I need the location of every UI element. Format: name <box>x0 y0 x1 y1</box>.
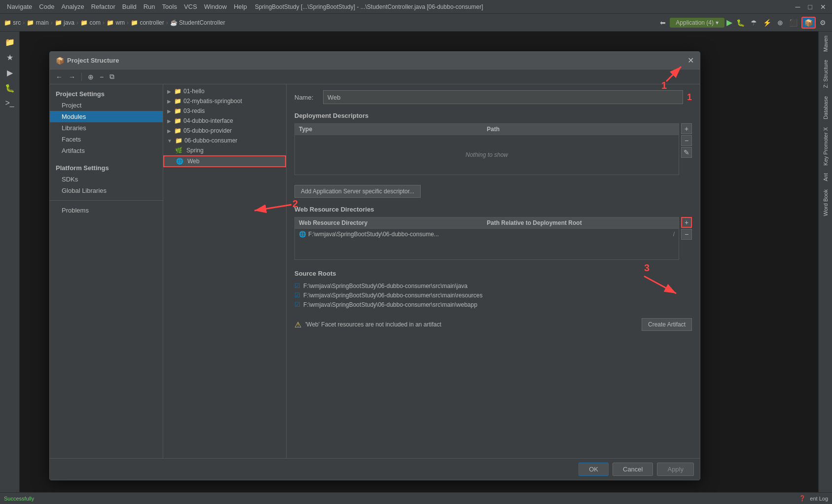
add-server-btn[interactable]: Add Application Server specific descript… <box>294 185 421 198</box>
nav-minus-btn[interactable]: − <box>98 72 106 82</box>
breadcrumb-com: 📁 com <box>80 19 101 26</box>
tree-03-redis[interactable]: ▶ 📁 03-redis <box>163 106 286 116</box>
menu-tools[interactable]: Tools <box>159 2 180 11</box>
web-resource-path-header: Path Relative to Deployment Root <box>487 219 675 226</box>
name-input[interactable] <box>323 90 683 104</box>
annotation-1: 1 <box>687 92 692 103</box>
status-text: Successfully <box>4 496 34 502</box>
help-icon[interactable]: ❓ <box>799 495 806 502</box>
edit-descriptor-btn[interactable]: ✎ <box>681 147 692 158</box>
power-btn[interactable]: ⊕ <box>775 18 785 28</box>
resource-path: F:\wmjava\SpringBootStudy\06-dubbo-consu… <box>308 231 671 238</box>
add-web-resource-btn[interactable]: + <box>681 217 692 228</box>
apply-btn[interactable]: Apply <box>657 463 694 476</box>
menu-bar: Navigate Code Analyze Refactor Build Run… <box>0 0 832 14</box>
menu-run[interactable]: Run <box>141 2 158 11</box>
source-check-java: ☑ <box>294 282 300 289</box>
right-sidebar: Maven Z: Structure Database Key Promoter… <box>818 32 832 492</box>
toolbar: 📁 src › 📁 main › 📁 java › 📁 com › 📁 wm ›… <box>0 14 832 32</box>
project-icon[interactable]: 📁 <box>3 36 17 49</box>
remove-descriptor-btn[interactable]: − <box>681 135 692 146</box>
resource-slash: / <box>671 231 675 238</box>
dialog-close-btn[interactable]: ✕ <box>687 56 694 65</box>
tab-ant[interactable]: Ant <box>821 169 831 185</box>
profile-btn[interactable]: ⚡ <box>761 18 773 28</box>
nav-modules[interactable]: Modules <box>50 111 163 122</box>
bottom-bar: Successfully ❓ ent Log <box>0 492 832 504</box>
breadcrumb-file: ☕ StudentController <box>170 19 225 26</box>
dialog-title: Project Structure <box>67 57 119 64</box>
web-resource-section: Web Resource Directory Path Relative to … <box>294 217 692 264</box>
breadcrumb: 📁 src › 📁 main › 📁 java › 📁 com › 📁 wm ›… <box>4 19 225 26</box>
nav-artifacts[interactable]: Artifacts <box>50 145 163 156</box>
terminal-icon[interactable]: >_ <box>3 97 16 109</box>
menu-help[interactable]: Help <box>231 2 250 11</box>
tab-key-promoter[interactable]: Key Promoter X <box>821 123 831 170</box>
tree-04-dubbo-interface[interactable]: ▶ 📁 04-dubbo-interface <box>163 116 286 126</box>
menu-navigate[interactable]: Navigate <box>4 2 35 11</box>
web-resource-row[interactable]: 🌐 F:\wmjava\SpringBootStudy\06-dubbo-con… <box>295 229 679 240</box>
tree-02-mybatis[interactable]: ▶ 📁 02-mybatis-springboot <box>163 96 286 106</box>
menu-code[interactable]: Code <box>36 2 57 11</box>
menu-vcs[interactable]: VCS <box>181 2 200 11</box>
stop-btn[interactable]: ⬛ <box>787 18 799 28</box>
tree-05-dubbo-provider[interactable]: ▶ 📁 05-dubbo-provider <box>163 126 286 136</box>
ok-btn[interactable]: OK <box>579 463 609 476</box>
tree-06-dubbo-consumer[interactable]: ▼ 📁 06-dubbo-consumer <box>163 136 286 145</box>
resource-icon: 🌐 <box>299 231 306 238</box>
remove-web-resource-btn[interactable]: − <box>681 229 692 240</box>
breadcrumb-controller: 📁 controller <box>131 19 164 26</box>
source-check-resources: ☑ <box>294 291 300 299</box>
tab-structure[interactable]: Z: Structure <box>821 56 831 92</box>
tab-word-book[interactable]: Word Book <box>821 185 831 220</box>
back-arrow-btn[interactable]: ⬅ <box>658 18 668 28</box>
nav-duplicate-btn[interactable]: ⧉ <box>108 72 116 82</box>
nav-sdks[interactable]: SDKs <box>50 174 163 185</box>
tree-web[interactable]: 🌐 Web <box>163 155 286 167</box>
dialog-footer: OK Cancel Apply <box>50 458 700 480</box>
deployment-table: Type Path Nothing to show <box>294 123 679 175</box>
tree-01-hello[interactable]: ▶ 📁 01-hello <box>163 86 286 96</box>
create-artifact-btn[interactable]: Create Artifact <box>642 318 692 331</box>
run-config-btn[interactable]: Application (4) ▾ <box>670 18 724 28</box>
nav-global-libraries[interactable]: Global Libraries <box>50 185 163 196</box>
source-roots-header: Source Roots <box>294 270 692 277</box>
run-btn[interactable]: ▶ <box>726 18 732 27</box>
debug-icon[interactable]: 🐛 <box>3 81 17 95</box>
debug-btn[interactable]: 🐛 <box>734 18 747 28</box>
run-config-label: Application (4) <box>676 19 714 26</box>
breadcrumb-wm: 📁 wm <box>107 19 125 26</box>
tab-database[interactable]: Database <box>821 92 831 123</box>
project-settings-label: Project Settings <box>50 88 163 100</box>
favorites-icon[interactable]: ★ <box>4 51 15 64</box>
dialog-nav: ← → ⊕ − ⧉ <box>50 70 700 84</box>
menu-analyze[interactable]: Analyze <box>58 2 87 11</box>
dialog-tree-panel: ▶ 📁 01-hello ▶ 📁 02-mybatis-springboot ▶ <box>163 84 287 458</box>
cancel-btn[interactable]: Cancel <box>613 463 653 476</box>
nav-back-btn[interactable]: ← <box>54 72 65 82</box>
nav-copy-btn[interactable]: ⊕ <box>86 72 96 82</box>
coverage-btn[interactable]: ☂ <box>749 18 759 28</box>
minimize-btn[interactable]: ─ <box>794 3 802 11</box>
menu-build[interactable]: Build <box>119 2 140 11</box>
source-row-resources: ☑ F:\wmjava\SpringBootStudy\06-dubbo-con… <box>294 290 692 300</box>
tree-spring[interactable]: 🌿 Spring <box>163 145 286 155</box>
event-log[interactable]: ent Log <box>810 496 828 502</box>
project-structure-btn[interactable]: 📦 <box>801 17 816 29</box>
tab-maven[interactable]: Maven <box>821 32 831 56</box>
maximize-btn[interactable]: □ <box>806 3 814 11</box>
source-path-webapp: F:\wmjava\SpringBootStudy\06-dubbo-consu… <box>303 301 477 308</box>
nav-forward-btn[interactable]: → <box>67 72 77 82</box>
settings-btn[interactable]: ⚙ <box>818 18 828 28</box>
dialog-title-bar: 📦 Project Structure ✕ <box>50 52 700 70</box>
nav-facets[interactable]: Facets <box>50 134 163 145</box>
add-descriptor-btn[interactable]: + <box>681 123 692 134</box>
nav-project[interactable]: Project <box>50 100 163 111</box>
run-icon[interactable]: ▶ <box>5 66 15 79</box>
nav-libraries[interactable]: Libraries <box>50 122 163 134</box>
menu-window[interactable]: Window <box>201 2 230 11</box>
source-path-java: F:\wmjava\SpringBootStudy\06-dubbo-consu… <box>303 283 468 289</box>
close-btn[interactable]: ✕ <box>818 3 828 11</box>
menu-refactor[interactable]: Refactor <box>88 2 118 11</box>
nav-problems[interactable]: Problems <box>50 205 163 216</box>
